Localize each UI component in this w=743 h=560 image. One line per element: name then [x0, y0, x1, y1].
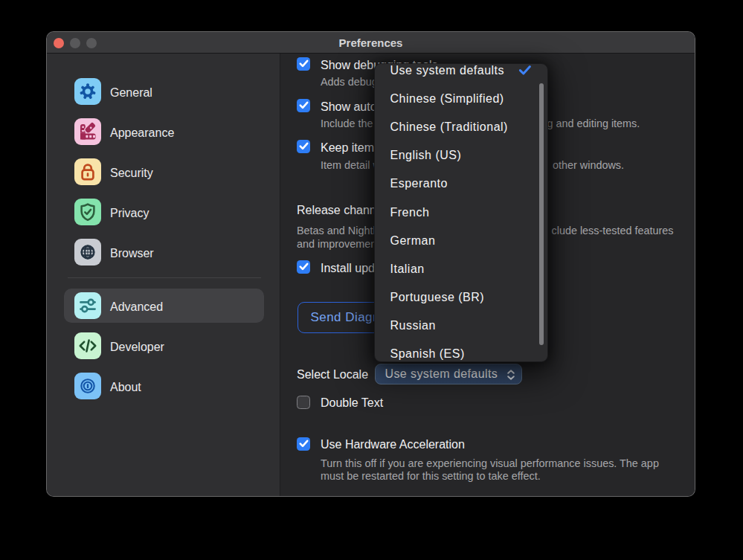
menu-item-italian[interactable]: Italian [375, 255, 547, 283]
sidebar-item-label: About [110, 370, 141, 405]
locale-select-value: Use system defaults [385, 364, 498, 384]
menu-item-label: Russian [390, 319, 436, 332]
sidebar-item-label: Appearance [110, 116, 174, 150]
menu-item-label: German [390, 234, 436, 248]
desc-hardware-acceleration-line1: Turn this off if you are experiencing vi… [321, 457, 659, 470]
release-channel-desc-line1-cont: clude less-tested features [552, 224, 674, 237]
release-channel-heading: Release channel [297, 203, 385, 217]
menu-item-label: Esperanto [390, 177, 448, 190]
menu-item-label: English (US) [390, 149, 462, 162]
menu-item-chinese-simplified[interactable]: Chinese (Simplified) [375, 85, 547, 113]
desc-keep-item-details-cont: other windows. [553, 158, 624, 172]
checkbox-install-updates[interactable] [297, 260, 310, 274]
label-double-text: Double Text [321, 396, 383, 410]
desc-show-autofill-menu-cont: g and editing items. [547, 117, 640, 130]
sidebar-item-about[interactable]: About [64, 369, 264, 403]
sidebar-item-label: Developer [110, 330, 164, 364]
sidebar-item-label: Advanced [110, 290, 163, 324]
menu-item-label: Chinese (Simplified) [390, 92, 504, 106]
menu-item-label: Italian [390, 263, 425, 276]
sidebar-item-label: Browser [110, 236, 154, 271]
window-title: Preferences [47, 32, 695, 54]
menu-item-label: Portuguese (BR) [390, 291, 485, 304]
sidebar-item-appearance[interactable]: Appearance [64, 115, 264, 149]
preferences-window: Preferences General [46, 31, 695, 497]
sidebar-item-advanced[interactable]: Advanced [64, 289, 264, 323]
checkbox-show-autofill-menu[interactable] [297, 99, 310, 112]
menu-item-label: Spanish (ES) [390, 347, 465, 361]
label-hardware-acceleration: Use Hardware Acceleration [321, 437, 465, 451]
sidebar-divider [68, 277, 261, 278]
checkmark-icon [298, 141, 309, 151]
titlebar: Preferences [47, 32, 695, 54]
sidebar-item-security[interactable]: Security [64, 155, 264, 189]
checkbox-keep-item-details[interactable] [297, 140, 310, 153]
locale-dropdown-list: Use system defaults Chinese (Simplified)… [375, 63, 547, 362]
menu-item-portuguese-br[interactable]: Portuguese (BR) [375, 283, 547, 312]
menu-item-russian[interactable]: Russian [375, 312, 547, 340]
menu-item-english-us[interactable]: English (US) [375, 141, 547, 170]
checkmark-icon [298, 59, 309, 68]
shield-check-icon [74, 199, 101, 225]
checkmark-icon [298, 100, 309, 110]
menu-item-spanish-es[interactable]: Spanish (ES) [375, 340, 547, 362]
menu-item-label: Use system defaults [390, 64, 505, 77]
sidebar-item-privacy[interactable]: Privacy [64, 195, 264, 229]
locale-select[interactable]: Use system defaults [375, 364, 522, 384]
sidebar-item-browser[interactable]: Browser [64, 235, 264, 269]
sidebar-item-label: Privacy [110, 196, 149, 231]
checkmark-icon [298, 439, 309, 448]
updown-chevron-icon [506, 368, 515, 382]
sidebar: General Appearance [47, 54, 280, 496]
onepassword-logo-icon [74, 373, 101, 399]
release-channel-desc-line2: and improvements [297, 237, 385, 251]
locale-dropdown-menu: Use system defaults Chinese (Simplified)… [374, 63, 548, 362]
code-icon [74, 332, 101, 359]
checkbox-show-debugging-tools[interactable] [297, 57, 310, 71]
desc-hardware-acceleration-line2: must be restarted for this setting to ta… [321, 469, 541, 483]
menu-item-label: Chinese (Traditional) [390, 120, 508, 134]
menu-item-german[interactable]: German [375, 227, 547, 255]
dropdown-scrollbar-thumb[interactable] [539, 83, 544, 345]
checkbox-double-text[interactable] [297, 396, 310, 409]
sidebar-item-developer[interactable]: Developer [64, 329, 264, 363]
sliders-icon [74, 292, 101, 319]
gear-icon [74, 78, 101, 105]
sidebar-item-label: Security [110, 156, 153, 190]
menu-item-chinese-traditional[interactable]: Chinese (Traditional) [375, 113, 547, 141]
menu-item-use-system-defaults[interactable]: Use system defaults [375, 63, 547, 85]
selected-checkmark-icon [518, 65, 532, 76]
globe-icon [74, 239, 101, 265]
checkbox-hardware-acceleration[interactable] [297, 437, 310, 451]
checkmark-icon [298, 262, 309, 271]
select-locale-label: Select Locale [297, 367, 368, 382]
swatches-icon [74, 118, 101, 145]
menu-item-french[interactable]: French [375, 198, 547, 226]
menu-item-label: French [390, 206, 430, 219]
sidebar-item-label: General [110, 76, 152, 110]
lock-icon [74, 158, 101, 185]
menu-item-esperanto[interactable]: Esperanto [375, 170, 547, 198]
sidebar-item-general[interactable]: General [64, 74, 264, 109]
